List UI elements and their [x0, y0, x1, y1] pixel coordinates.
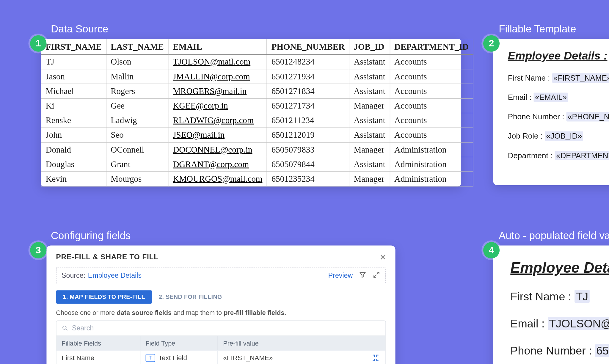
- table-cell: Donald: [41, 142, 106, 157]
- preview-link[interactable]: Preview: [328, 272, 353, 280]
- table-cell: Accounts: [390, 128, 473, 142]
- table-cell: Accounts: [390, 113, 473, 128]
- table-cell: Administration: [390, 172, 473, 186]
- table-header: EMAIL: [168, 39, 267, 54]
- table-cell: Accounts: [390, 54, 473, 69]
- source-value-link[interactable]: Employee Details: [88, 272, 142, 280]
- table-cell: Michael: [41, 84, 106, 98]
- label-auto-populated: Auto - populated field values: [499, 230, 609, 242]
- email-link[interactable]: MROGERS@mail.in: [168, 84, 267, 98]
- step-badge-3: 3: [30, 242, 46, 258]
- prefill-value: «FIRST_NAME»: [218, 351, 366, 364]
- table-cell: Ladwig: [106, 113, 168, 128]
- source-bar: Source: Employee Details Preview: [56, 267, 386, 284]
- table-cell: Ki: [41, 98, 106, 113]
- search-input[interactable]: Search: [56, 321, 386, 336]
- table-cell: Kevin: [41, 172, 106, 186]
- table-row: JasonMallinJMALLIN@corp.com6501271934Ass…: [41, 69, 473, 84]
- tab-send-for-filling[interactable]: 2. SEND FOR FILLING: [152, 290, 229, 304]
- table-cell: Mallin: [106, 69, 168, 84]
- step-badge-2: 2: [483, 35, 500, 52]
- table-cell: Assistant: [349, 84, 390, 98]
- step-badge-4: 4: [483, 242, 500, 258]
- text-field-icon: T: [146, 354, 155, 362]
- email-link[interactable]: TJOLSON@mail.com: [168, 54, 267, 69]
- table-cell: 6505079844: [267, 157, 349, 172]
- col-prefill-value: Pre-fill value: [218, 336, 366, 350]
- table-cell: Manager: [349, 98, 390, 113]
- configure-fields-dialog: PRE-FILL & SHARE TO FILL × Source: Emplo…: [46, 246, 395, 364]
- step-badge-1: 1: [30, 35, 46, 52]
- table-cell: Accounts: [390, 98, 473, 113]
- table-row: RenskeLadwigRLADWIG@corp.com6501211234As…: [41, 113, 473, 128]
- filter-icon[interactable]: [359, 271, 366, 280]
- table-header: FIRST_NAME: [41, 39, 106, 54]
- populated-title: Employee Details :: [510, 259, 609, 276]
- table-row: KiGeeKGEE@corp.in6501271734ManagerAccoun…: [41, 98, 473, 113]
- table-cell: 6501212019: [267, 128, 349, 142]
- table-header: PHONE_NUMBER: [267, 39, 349, 54]
- source-label: Source:: [62, 272, 85, 280]
- table-cell: Mourgos: [106, 172, 168, 186]
- token-dept: «DEPARTMENT_ID»: [555, 151, 609, 160]
- email-link[interactable]: KMOURGOS@mail.com: [168, 172, 267, 186]
- table-cell: Olson: [106, 54, 168, 69]
- table-cell: Jason: [41, 69, 106, 84]
- table-cell: Rogers: [106, 84, 168, 98]
- table-row: MichaelRogersMROGERS@mail.in6501271834As…: [41, 84, 473, 98]
- label-fillable-template: Fillable Template: [499, 23, 576, 35]
- email-link[interactable]: KGEE@corp.in: [168, 98, 267, 113]
- email-link[interactable]: JMALLIN@corp.com: [168, 69, 267, 84]
- tab-map-fields[interactable]: 1. MAP FIELDS TO PRE-FILL: [56, 290, 152, 304]
- table-cell: Assistant: [349, 128, 390, 142]
- email-link[interactable]: DGRANT@corp.com: [168, 157, 267, 172]
- table-cell: Manager: [349, 142, 390, 157]
- email-link[interactable]: JSEO@mail.in: [168, 128, 267, 142]
- table-cell: 6501235234: [267, 172, 349, 186]
- table-row: JohnSeoJSEO@mail.in6501212019AssistantAc…: [41, 128, 473, 142]
- email-link[interactable]: DOCONNEL@corp.in: [168, 142, 267, 157]
- field-mapping-row[interactable]: First NameT Text Field«FIRST_NAME»: [56, 350, 386, 364]
- expand-icon[interactable]: [373, 271, 380, 280]
- table-cell: 6501248234: [267, 54, 349, 69]
- table-cell: 6501271834: [267, 84, 349, 98]
- table-cell: Accounts: [390, 84, 473, 98]
- data-source-table: FIRST_NAMELAST_NAMEEMAILPHONE_NUMBERJOB_…: [41, 39, 473, 186]
- table-cell: Accounts: [390, 69, 473, 84]
- fillable-template-panel: Employee Details : First Name : «FIRST_N…: [493, 39, 609, 185]
- close-icon[interactable]: ×: [380, 252, 386, 262]
- table-cell: Assistant: [349, 157, 390, 172]
- dialog-title: PRE-FILL & SHARE TO FILL: [56, 253, 158, 261]
- table-cell: Assistant: [349, 54, 390, 69]
- email-link[interactable]: RLADWIG@corp.com: [168, 113, 267, 128]
- field-phone: Phone Number : «PHONE_NUMBER»: [508, 112, 609, 121]
- token-email: «EMAIL»: [534, 92, 568, 102]
- table-cell: Assistant: [349, 69, 390, 84]
- value-first-name: First Name : TJ: [510, 290, 589, 303]
- field-type: T Text Field: [140, 351, 218, 364]
- field-dept: Department : «DEPARTMENT_ID»: [508, 151, 609, 160]
- table-cell: OConnell: [106, 142, 168, 157]
- table-row: DouglasGrantDGRANT@corp.com6505079844Ass…: [41, 157, 473, 172]
- table-cell: Assistant: [349, 113, 390, 128]
- populated-values-panel: Employee Details : First Name : TJ Last …: [493, 246, 609, 364]
- map-icon[interactable]: [366, 351, 386, 364]
- table-cell: Manager: [349, 172, 390, 186]
- table-row: KevinMourgosKMOURGOS@mail.com6501235234M…: [41, 172, 473, 186]
- table-cell: 6501211234: [267, 113, 349, 128]
- table-header: LAST_NAME: [106, 39, 168, 54]
- fillable-field-name: First Name: [56, 351, 140, 364]
- field-job: Job Role : «JOB_ID»: [508, 132, 609, 141]
- table-cell: Administration: [390, 157, 473, 172]
- table-header: DEPARTMENT_ID: [390, 39, 473, 54]
- table-cell: John: [41, 128, 106, 142]
- table-cell: 6501271734: [267, 98, 349, 113]
- table-cell: Administration: [390, 142, 473, 157]
- token-phone: «PHONE_NUMBER»: [566, 112, 609, 122]
- table-cell: TJ: [41, 54, 106, 69]
- template-title: Employee Details :: [508, 49, 609, 62]
- search-icon: [62, 325, 68, 332]
- table-row: DonaldOConnellDOCONNEL@corp.in6505079833…: [41, 142, 473, 157]
- table-cell: Grant: [106, 157, 168, 172]
- field-mapping-table: Search Fillable Fields Field Type Pre-fi…: [56, 321, 386, 364]
